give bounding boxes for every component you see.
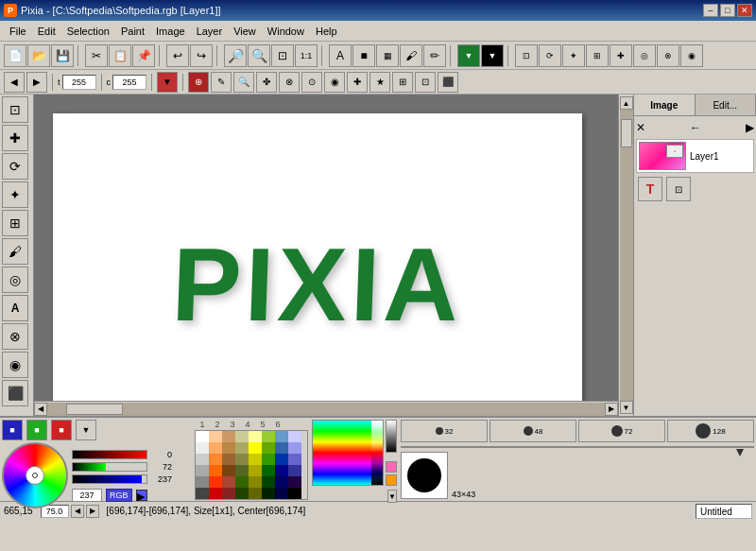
tb2-tool11[interactable]: ⊡ <box>415 72 436 93</box>
menu-view[interactable]: View <box>228 24 262 39</box>
tb2-right-arrow[interactable]: ▶ <box>26 72 47 93</box>
color-spectrum[interactable] <box>312 420 384 486</box>
menu-help[interactable]: Help <box>310 24 343 39</box>
spectrum-arrow-btn[interactable]: ▼ <box>387 490 397 503</box>
open-button[interactable]: 📂 <box>27 44 50 67</box>
tool-move[interactable]: ✚ <box>2 125 28 151</box>
undo-button[interactable]: ↩ <box>166 44 189 67</box>
brush-preview[interactable] <box>401 452 448 499</box>
tab-edit[interactable]: Edit... <box>696 95 757 115</box>
pal-cell[interactable] <box>262 488 275 499</box>
pal-cell[interactable] <box>288 476 301 488</box>
pal-cell[interactable] <box>249 488 262 499</box>
orange-swatch[interactable] <box>386 474 397 486</box>
tool-paint[interactable]: 🖌 <box>2 238 28 265</box>
brush-size-128[interactable]: 128 <box>667 420 754 442</box>
pal-cell[interactable] <box>196 488 209 499</box>
crop-button[interactable]: ⊞ <box>586 44 609 67</box>
pal-cell[interactable] <box>209 442 222 454</box>
pal-cell[interactable] <box>275 442 288 454</box>
color-mode-btn2[interactable]: ■ <box>26 420 47 440</box>
layer-close-icon[interactable]: ✕ <box>636 121 645 134</box>
tb2-tool8[interactable]: ✚ <box>347 72 368 93</box>
tb2-tool7[interactable]: ◉ <box>324 72 345 93</box>
pal-cell[interactable] <box>288 454 301 465</box>
menu-window[interactable]: Window <box>262 24 310 39</box>
save-button[interactable]: 💾 <box>51 44 74 67</box>
zoom-nav-left[interactable]: ◀ <box>71 505 84 518</box>
pal-cell[interactable] <box>222 488 235 499</box>
zoom-fit-button[interactable]: ⊡ <box>271 44 294 67</box>
pal-cell[interactable] <box>196 465 209 476</box>
tb2-tool1[interactable]: ⊕ <box>188 72 209 93</box>
paste-button[interactable]: 📌 <box>132 44 155 67</box>
color-mode-btn1[interactable]: ■ <box>2 420 23 440</box>
layer-play-icon[interactable]: ▶ <box>746 121 754 134</box>
pal-cell[interactable] <box>249 442 262 454</box>
layer-row[interactable]: ▪ Layer1 <box>636 139 754 173</box>
tool-crop[interactable]: ⊞ <box>2 210 28 236</box>
pal-cell[interactable] <box>275 488 288 499</box>
vscroll-track[interactable] <box>620 110 633 401</box>
gradient-button[interactable]: ▦ <box>376 44 399 67</box>
pal-cell[interactable] <box>222 442 235 454</box>
pal-cell[interactable] <box>249 431 262 442</box>
menu-selection[interactable]: Selection <box>61 24 115 39</box>
pal-cell[interactable] <box>235 454 249 465</box>
tb2-value1-input[interactable] <box>62 75 96 90</box>
tb2-tool3[interactable]: 🔍 <box>233 72 254 93</box>
zoom-nav-right[interactable]: ▶ <box>86 505 99 518</box>
red-slider[interactable] <box>72 450 147 459</box>
tb2-tool6[interactable]: ⊙ <box>301 72 322 93</box>
tool-smudge[interactable]: ⬛ <box>2 380 28 406</box>
text-layer-btn[interactable]: T <box>638 177 662 201</box>
pal-cell[interactable] <box>275 476 288 488</box>
pal-cell[interactable] <box>235 488 249 499</box>
pal-cell[interactable] <box>222 431 235 442</box>
move-button[interactable]: ✚ <box>610 44 632 67</box>
pal-cell[interactable] <box>275 454 288 465</box>
magic-wand-button[interactable]: ✦ <box>562 44 585 67</box>
brush-size-72[interactable]: 72 <box>578 420 665 442</box>
tool-blur[interactable]: ◉ <box>2 352 28 378</box>
blue-slider[interactable] <box>72 474 147 484</box>
vscroll-down[interactable]: ▼ <box>620 401 633 414</box>
pal-cell[interactable] <box>209 465 222 476</box>
zoom-in-button[interactable]: 🔍 <box>248 44 270 67</box>
tb2-tool5[interactable]: ⊗ <box>279 72 300 93</box>
tool-select[interactable]: ⊡ <box>2 96 28 123</box>
pal-cell[interactable] <box>209 454 222 465</box>
pal-cell[interactable] <box>288 465 301 476</box>
pal-cell[interactable] <box>262 431 275 442</box>
tool-magic[interactable]: ✦ <box>2 181 28 208</box>
menu-file[interactable]: File <box>4 24 32 39</box>
close-button[interactable]: ✕ <box>737 4 752 17</box>
tb2-tool4[interactable]: ✤ <box>256 72 277 93</box>
layer-action-btn[interactable]: ⊡ <box>666 177 691 201</box>
tool-eraser[interactable]: ⊗ <box>2 323 28 350</box>
tb2-tool12[interactable]: ⬛ <box>438 72 458 93</box>
pal-cell[interactable] <box>249 465 262 476</box>
menu-paint[interactable]: Paint <box>115 24 150 39</box>
brush-size-32[interactable]: 32 <box>401 420 488 442</box>
tb2-tool10[interactable]: ⊞ <box>392 72 413 93</box>
layer-back-icon[interactable]: ← <box>690 121 701 134</box>
menu-layer[interactable]: Layer <box>191 24 229 39</box>
tb2-color-btn[interactable]: ▼ <box>157 72 178 93</box>
green-slider[interactable] <box>72 462 147 472</box>
pal-cell[interactable] <box>209 488 222 499</box>
menu-image[interactable]: Image <box>150 24 191 39</box>
pal-cell[interactable] <box>288 431 301 442</box>
pal-cell[interactable] <box>222 454 235 465</box>
vscroll-thumb[interactable] <box>621 119 632 147</box>
pal-cell[interactable] <box>262 454 275 465</box>
vscroll[interactable]: ▲ ▼ <box>618 95 633 416</box>
pal-cell[interactable] <box>288 442 301 454</box>
stamp-button[interactable]: ◎ <box>633 44 656 67</box>
tab-image[interactable]: Image <box>634 95 696 115</box>
rgb-button[interactable]: RGB <box>106 489 132 502</box>
text-tool-button[interactable]: A <box>329 44 352 67</box>
select-button[interactable]: ⊡ <box>515 44 538 67</box>
pal-cell[interactable] <box>262 442 275 454</box>
redo-button[interactable]: ↪ <box>190 44 213 67</box>
